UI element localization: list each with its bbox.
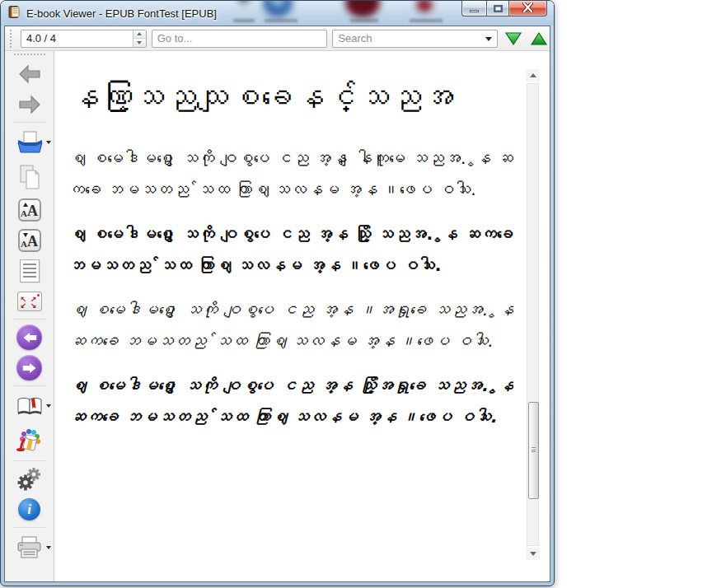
open-ebook-dropdown-icon[interactable] <box>46 141 51 144</box>
window-controls <box>461 1 547 16</box>
book-viewer[interactable]: နဏ့ြြသညသျစခေနင်္သညအ ဈ စမေဒါမစွေ ျသကို ဝျ… <box>54 51 550 581</box>
maximize-button[interactable] <box>486 1 509 16</box>
side-toolbar-drag-handle[interactable] <box>14 54 45 55</box>
titlebar-glass-blob <box>345 1 380 17</box>
print-button[interactable] <box>7 530 52 565</box>
book-info-button[interactable]: i <box>7 494 52 525</box>
font-size-smaller-button[interactable]: A A <box>7 225 52 255</box>
separator <box>12 319 47 320</box>
titlebar-glass-smudge <box>265 19 297 22</box>
open-ebook-icon <box>15 129 44 156</box>
scroll-down-icon <box>530 552 536 556</box>
close-button[interactable] <box>509 1 547 16</box>
separator <box>12 460 47 461</box>
page-position-value[interactable]: 4.0 / 4 <box>21 32 133 44</box>
print-dropdown-icon[interactable] <box>46 546 51 549</box>
paragraph-bold: ဈ စမေဒါမစွေ ျသကို ဝျစွပေ ငည အ့န သြို့ သည… <box>68 218 513 281</box>
table-of-contents-icon <box>20 259 40 282</box>
app-book-icon <box>7 5 21 22</box>
scrollbar-grip <box>532 447 536 454</box>
spin-up-button[interactable] <box>134 30 146 39</box>
window-body: 4.0 / 4 <box>4 26 550 582</box>
titlebar-glass-blob <box>238 1 250 4</box>
scrollbar-thumb[interactable] <box>528 402 539 499</box>
titlebar-glass-smudge <box>410 19 443 22</box>
green-down-triangle-icon <box>504 30 522 47</box>
large-a-glyph: A <box>27 205 38 217</box>
gears-icon <box>16 467 43 492</box>
minimize-icon <box>470 10 479 12</box>
scroll-up-icon <box>530 73 536 77</box>
vertical-scrollbar <box>526 69 540 560</box>
top-toolbar: 4.0 / 4 <box>5 26 550 51</box>
table-of-contents-button[interactable] <box>7 255 52 286</box>
toolbar-drag-handle[interactable] <box>10 30 14 48</box>
large-a-glyph: A <box>27 236 38 248</box>
page-heading: နဏ့ြြသညသျစခေနင်္သညအ <box>68 74 513 121</box>
bookmark-icon <box>16 395 44 417</box>
font-size-larger-icon: A A <box>18 198 41 222</box>
paragraph-italic: ဈ စမေဒါမစွေ ျသကို ဝျစွပေ ငည အ့န ။အရှုခေ … <box>68 294 513 357</box>
spinner-buttons <box>133 30 146 47</box>
find-previous-button[interactable] <box>529 28 550 49</box>
paint-bucket-icon <box>16 427 44 455</box>
copy-icon <box>17 164 42 190</box>
fullscreen-icon: ↖↗ ↙↘ <box>17 292 42 311</box>
title-bar[interactable]: E-book Viewer - EPUB FontTest [EPUB] <box>1 1 554 26</box>
font-size-smaller-icon: A A <box>18 229 41 252</box>
close-icon <box>522 1 533 16</box>
separator <box>12 527 47 528</box>
previous-page-button[interactable] <box>7 322 52 352</box>
search-input[interactable] <box>332 30 498 48</box>
preferences-button[interactable] <box>7 464 52 494</box>
minimize-button[interactable] <box>461 1 486 16</box>
spin-down-button[interactable] <box>134 38 146 47</box>
find-next-button[interactable] <box>503 28 523 49</box>
spin-up-icon <box>137 32 142 35</box>
ebook-viewer-window: E-book Viewer - EPUB FontTest [EPUB] <box>0 0 555 586</box>
paragraph-bold-italic: ဈ စမေဒါမစွေ ျသကို ဝျစွပေ ငည အ့န သြို့အရှ… <box>68 370 513 432</box>
down-mark-icon <box>23 233 28 237</box>
titlebar-glass-blob <box>416 1 433 12</box>
fullscreen-button[interactable]: ↖↗ ↙↘ <box>7 286 52 316</box>
window-title: E-book Viewer - EPUB FontTest [EPUB] <box>26 7 217 20</box>
scroll-up-button[interactable] <box>526 69 540 82</box>
forward-arrow-icon <box>17 94 42 115</box>
main-area: A A A A <box>5 51 550 581</box>
bookmark-dropdown-icon[interactable] <box>46 404 51 408</box>
scroll-down-button[interactable] <box>526 548 540 560</box>
info-icon: i <box>18 498 40 520</box>
back-arrow-icon <box>17 63 42 85</box>
search-combobox <box>332 30 498 48</box>
titlebar-glass-smudge <box>233 19 255 22</box>
back-button[interactable] <box>7 58 52 89</box>
paragraph-regular: ဈ စမေဒါမစွေ ျသကို ဝျစွပေ ငည အ့န ျနါကူမေ … <box>68 142 513 205</box>
small-a-glyph: A <box>21 240 27 248</box>
side-toolbar: A A A A <box>5 51 54 581</box>
printer-icon <box>16 535 44 560</box>
separator <box>12 385 47 386</box>
small-a-glyph: A <box>21 209 27 217</box>
previous-page-icon <box>16 324 42 350</box>
open-ebook-button[interactable] <box>7 125 52 160</box>
titlebar-glass-smudge <box>350 19 378 22</box>
maximize-icon <box>494 5 503 12</box>
info-glyph: i <box>27 502 31 518</box>
separator <box>12 122 47 123</box>
font-size-larger-button[interactable]: A A <box>7 194 52 225</box>
book-page: နဏ့ြြသညသျစခေနင်္သညအ ဈ စမေဒါမစွေ ျသကို ဝျ… <box>68 68 513 568</box>
page-position-spinner[interactable]: 4.0 / 4 <box>21 30 147 48</box>
up-mark-icon <box>23 203 28 207</box>
bookmark-button[interactable] <box>7 389 52 423</box>
copy-button[interactable] <box>7 160 52 194</box>
scrollbar-track[interactable] <box>527 83 539 546</box>
spin-down-icon <box>137 41 142 44</box>
next-page-icon <box>16 355 42 380</box>
next-page-button[interactable] <box>7 352 52 383</box>
goto-input[interactable] <box>152 30 328 48</box>
green-up-triangle-icon <box>530 30 548 47</box>
search-dropdown-icon[interactable] <box>485 37 492 41</box>
forward-button[interactable] <box>7 89 52 119</box>
themes-button[interactable] <box>7 423 52 458</box>
